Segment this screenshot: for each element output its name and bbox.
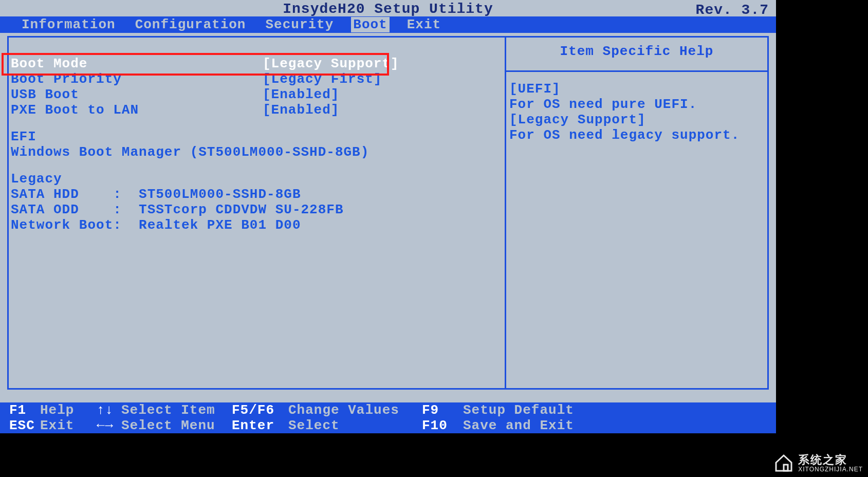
footer-row-1: F1 Help ↑↓ Select Item F5/F6 Change Valu… xyxy=(0,402,776,418)
label-select-menu: Select Menu xyxy=(121,418,232,433)
label-select: Select xyxy=(288,418,422,433)
watermark-cn: 系统之家 xyxy=(798,453,847,466)
svg-rect-0 xyxy=(784,465,788,471)
setting-usb-boot[interactable]: USB Boot [Enabled] xyxy=(11,87,503,102)
help-line: [Legacy Support] xyxy=(509,112,764,127)
label-select-item: Select Item xyxy=(121,402,232,418)
legacy-item-network-boot[interactable]: Network Boot: Realtek PXE B01 D00 xyxy=(11,217,503,233)
key-enter: Enter xyxy=(232,418,288,433)
setting-boot-mode[interactable]: Boot Mode [Legacy Support] xyxy=(11,56,503,71)
key-f5f6: F5/F6 xyxy=(232,402,288,418)
key-f9: F9 xyxy=(422,402,463,418)
efi-heading: EFI xyxy=(11,129,503,144)
bios-screen: InsydeH20 Setup Utility Rev. 3.7 Informa… xyxy=(0,0,776,433)
revision-label: Rev. 3.7 xyxy=(696,2,769,18)
label-setup-default: Setup Default xyxy=(463,402,574,418)
settings-pane: Boot Mode [Legacy Support] Boot Priority… xyxy=(9,38,506,388)
help-line: For OS need pure UEFI. xyxy=(509,97,764,112)
setting-pxe-boot[interactable]: PXE Boot to LAN [Enabled] xyxy=(11,102,503,118)
key-f10: F10 xyxy=(422,418,463,433)
title-bar: InsydeH20 Setup Utility xyxy=(0,0,776,16)
key-esc: ESC xyxy=(9,418,40,433)
tab-boot[interactable]: Boot xyxy=(351,17,389,32)
setting-label: PXE Boot to LAN xyxy=(11,102,263,118)
efi-item[interactable]: Windows Boot Manager (ST500LM000-SSHD-8G… xyxy=(11,144,503,160)
utility-title: InsydeH20 Setup Utility xyxy=(283,1,493,17)
help-line: For OS need legacy support. xyxy=(509,127,764,143)
house-icon xyxy=(773,452,794,473)
label-exit: Exit xyxy=(40,418,97,433)
setting-value: [Enabled] xyxy=(263,102,339,118)
help-title: Item Specific Help xyxy=(506,38,767,72)
watermark-text: 系统之家 XITONGZHIJIA.NET xyxy=(798,452,863,473)
tab-security[interactable]: Security xyxy=(263,17,336,32)
tab-configuration[interactable]: Configuration xyxy=(133,17,248,32)
setting-label: Boot Priority xyxy=(11,71,263,87)
label-save-and-exit: Save and Exit xyxy=(463,418,574,433)
menu-bar: Information Configuration Security Boot … xyxy=(0,16,776,33)
legacy-item-sata-hdd[interactable]: SATA HDD : ST500LM000-SSHD-8GB xyxy=(11,187,503,202)
setting-value: [Legacy First] xyxy=(263,71,382,87)
help-pane: Item Specific Help [UEFI] For OS need pu… xyxy=(506,38,767,388)
help-line: [UEFI] xyxy=(509,81,764,97)
setting-value: [Legacy Support] xyxy=(263,56,399,71)
watermark: 系统之家 XITONGZHIJIA.NET xyxy=(773,452,863,473)
arrows-leftright-icon: ←→ xyxy=(97,418,121,433)
key-f1: F1 xyxy=(9,402,40,418)
tab-exit[interactable]: Exit xyxy=(405,17,443,32)
legacy-item-sata-odd[interactable]: SATA ODD : TSSTcorp CDDVDW SU-228FB xyxy=(11,202,503,217)
tab-information[interactable]: Information xyxy=(20,17,118,32)
content-frame: Boot Mode [Legacy Support] Boot Priority… xyxy=(7,36,769,390)
setting-value: [Enabled] xyxy=(263,87,339,102)
watermark-url: XITONGZHIJIA.NET xyxy=(798,466,863,473)
arrows-updown-icon: ↑↓ xyxy=(97,402,121,418)
legacy-heading: Legacy xyxy=(11,171,503,187)
setting-label: Boot Mode xyxy=(11,56,263,71)
footer-row-2: ESC Exit ←→ Select Menu Enter Select F10… xyxy=(0,418,776,433)
label-change-values: Change Values xyxy=(288,402,422,418)
footer-bar: F1 Help ↑↓ Select Item F5/F6 Change Valu… xyxy=(0,402,776,433)
setting-boot-priority[interactable]: Boot Priority [Legacy First] xyxy=(11,71,503,87)
setting-label: USB Boot xyxy=(11,87,263,102)
label-help: Help xyxy=(40,402,97,418)
